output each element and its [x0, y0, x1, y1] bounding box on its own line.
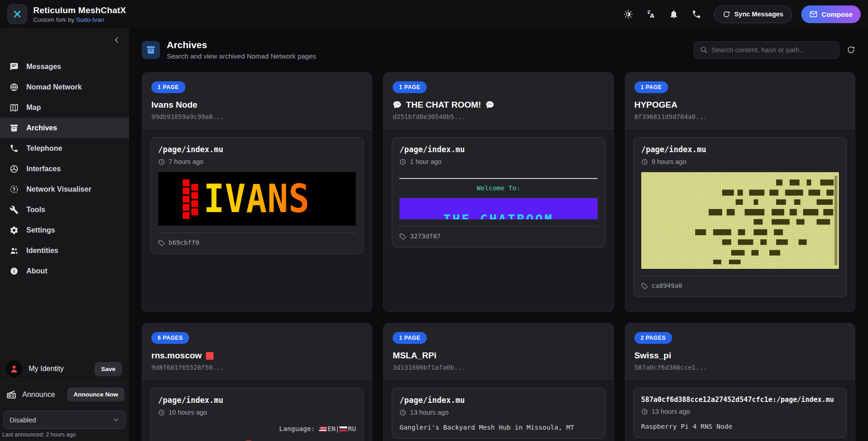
- app-title: Reticulum MeshChatX: [33, 5, 126, 15]
- sidebar-item-messages[interactable]: Messages: [0, 56, 129, 77]
- sidebar-item-identities[interactable]: Identities: [0, 240, 129, 261]
- pages-badge: 6 PAGES: [151, 332, 189, 344]
- page-time: 13 hours ago: [399, 409, 597, 416]
- save-button[interactable]: Save: [95, 362, 122, 376]
- sidebar-menu: Messages Nomad Network Map Archives Tele…: [0, 52, 129, 281]
- page-tag: 3273df87: [399, 226, 597, 240]
- theme-toggle-button[interactable]: [619, 5, 638, 23]
- card-head: 1 PAGE Ivans Node 99db91059a9c99a8...: [142, 73, 372, 129]
- welcome-text: Welcome To:: [399, 184, 597, 192]
- sync-messages-button[interactable]: Sync Messages: [714, 5, 792, 23]
- envelope-icon: [809, 10, 818, 18]
- page-panel[interactable]: /page/index.mu 10 hours ago Language: EN…: [150, 388, 364, 441]
- divider-line: [399, 178, 597, 179]
- sidebar-item-tools[interactable]: Tools: [0, 199, 129, 220]
- avatar[interactable]: [5, 360, 23, 377]
- translate-icon: [646, 10, 656, 19]
- app-window: Reticulum MeshChatX Custom fork by Sudo-…: [0, 0, 868, 441]
- sudo-ivan-link[interactable]: Sudo-Ivan: [76, 16, 105, 23]
- page-path: 587a0cf6d388cce12a27452d547cfc1e:/page/i…: [641, 396, 839, 404]
- sidebar-item-archives[interactable]: Archives: [0, 118, 129, 138]
- app-logo[interactable]: [7, 4, 27, 24]
- sidebar-item-telephone[interactable]: Telephone: [0, 138, 129, 159]
- translate-button[interactable]: [642, 5, 660, 23]
- chevron-down-icon: [113, 416, 120, 423]
- compose-button[interactable]: Compose: [801, 5, 861, 23]
- globe-icon: [10, 83, 19, 92]
- card-head: 6 PAGES rns.moscow 9d8f681f65528f50...: [142, 323, 372, 380]
- chevron-left-icon[interactable]: [113, 36, 121, 44]
- refresh-button[interactable]: [847, 45, 855, 54]
- main-content: Archives Search and view archived Nomad …: [129, 28, 868, 441]
- archives-grid: 1 PAGE Ivans Node 99db91059a9c99a8... /p…: [129, 69, 868, 441]
- clock-icon: [641, 159, 648, 165]
- tag-icon: [399, 233, 406, 240]
- sidebar-item-settings[interactable]: Settings: [0, 220, 129, 240]
- clock-icon: [399, 159, 406, 165]
- search-input[interactable]: [712, 46, 833, 54]
- card-head: 1 PAGE THE CHAT ROOM! d251bfd8e30540b5..…: [384, 73, 613, 129]
- page-path: /page/index.mu: [158, 145, 356, 154]
- announce-mode-section: Disabled: [0, 406, 129, 430]
- archive-card-msla-rpi: 1 PAGE MSLA_RPi 3d131600bf1afa0b... /pag…: [383, 323, 614, 441]
- pages-badge: 1 PAGE: [634, 81, 668, 93]
- archive-card-chat-room: 1 PAGE THE CHAT ROOM! d251bfd8e30540b5..…: [383, 72, 614, 312]
- clock-icon: [158, 409, 165, 416]
- hub-icon: [10, 164, 19, 173]
- archive-card-swiss-pi: 2 PAGES Swiss_pi 587a0cf6d388cce1... 587…: [625, 323, 855, 441]
- refresh-icon: [847, 45, 855, 54]
- sidebar-item-about[interactable]: About: [0, 261, 129, 281]
- notifications-button[interactable]: [665, 5, 683, 23]
- sidebar-item-network-visualiser[interactable]: Network Visualiser: [0, 179, 129, 199]
- page-panel[interactable]: /page/index.mu 1 hour ago Welcome To: TH…: [392, 137, 605, 248]
- page-panel[interactable]: 587a0cf6d388cce12a27452d547cfc1e:/page/i…: [634, 388, 847, 438]
- calls-button[interactable]: [688, 5, 706, 23]
- wrench-icon: [10, 205, 19, 214]
- gear-icon: [10, 226, 19, 235]
- page-tag: b69cbff0: [158, 233, 356, 246]
- sidebar-item-map[interactable]: Map: [0, 97, 129, 118]
- announce-row: Announce Announce Now: [0, 383, 129, 406]
- node-hash: 9d8f681f65528f50...: [151, 364, 363, 371]
- announce-mode-select[interactable]: Disabled: [4, 411, 125, 429]
- us-flag-icon: [319, 426, 327, 431]
- phone-icon: [10, 144, 19, 153]
- speech-bubble-icon: [485, 100, 494, 109]
- clock-icon: [399, 409, 406, 416]
- node-title: Swiss_pi: [634, 351, 846, 361]
- page-time: 13 hours ago: [641, 408, 839, 415]
- chat-icon: [10, 62, 19, 71]
- page-tag: ca8949a0: [641, 276, 839, 289]
- pages-badge: 1 PAGE: [393, 332, 427, 344]
- page-path: /page/index.mu: [641, 145, 839, 154]
- node-title: rns.moscow: [151, 351, 363, 361]
- node-hash: 99db91059a9c99a8...: [151, 113, 363, 120]
- radio-icon: [6, 390, 16, 400]
- pages-badge: 1 PAGE: [393, 81, 427, 93]
- node-hash: 587a0cf6d388cce1...: [634, 364, 846, 371]
- search-box: [694, 41, 839, 59]
- archive-card-hypogea: 1 PAGE HYPOGEA 8f396811d9d704a0... /page…: [625, 72, 855, 312]
- announce-now-button[interactable]: Announce Now: [67, 387, 125, 401]
- node-hash: 8f396811d9d704a0...: [634, 113, 846, 120]
- page-time: 10 hours ago: [158, 409, 356, 416]
- pages-badge: 2 PAGES: [634, 332, 672, 344]
- archive-card-ivans-node: 1 PAGE Ivans Node 99db91059a9c99a8... /p…: [142, 72, 372, 312]
- page-path: /page/index.mu: [399, 145, 597, 154]
- clock-icon: [158, 159, 165, 165]
- archive-icon: [10, 124, 19, 133]
- sidebar-collapse-row: [0, 28, 129, 52]
- page-time: 9 hours ago: [641, 158, 839, 165]
- bell-icon: [669, 10, 678, 19]
- page-panel[interactable]: /page/index.mu 9 hours ago: [634, 137, 847, 297]
- last-announced-text: Last announced: 2 hours ago: [0, 430, 129, 441]
- page-panel[interactable]: /page/index.mu 13 hours ago Gangleri's B…: [392, 388, 605, 439]
- sidebar-item-nomad-network[interactable]: Nomad Network: [0, 77, 129, 97]
- ru-flag-icon: [339, 426, 347, 431]
- archive-card-rns-moscow: 6 PAGES rns.moscow 9d8f681f65528f50... /…: [142, 323, 372, 441]
- page-preview-image: IVANS: [158, 172, 356, 226]
- users-icon: [10, 246, 19, 255]
- card-head: 2 PAGES Swiss_pi 587a0cf6d388cce1...: [625, 323, 855, 380]
- page-panel[interactable]: /page/index.mu 7 hours ago IVANS: [150, 137, 364, 254]
- sidebar-item-interfaces[interactable]: Interfaces: [0, 159, 129, 179]
